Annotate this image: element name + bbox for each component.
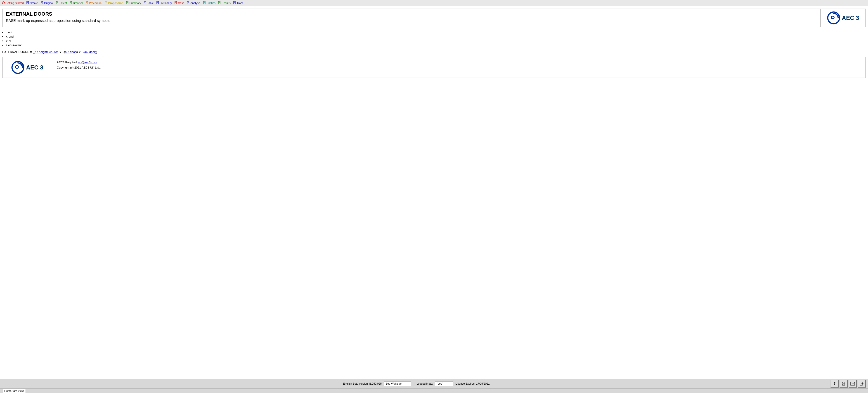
header-logo: AEC 3 [820,9,866,27]
nav-item-case[interactable]: Case [174,1,185,5]
results-icon [218,1,221,5]
original-icon [41,1,43,5]
legend-list: ¬ not∧ and∨ or≡ equivalent [6,31,862,47]
nav-item-dictionary[interactable]: Dictionary [155,1,173,5]
email-icon [850,382,855,386]
table-label: Table [147,2,154,5]
entities-icon [203,1,206,5]
status-buttons: ? [831,380,866,388]
results-label: Results [222,2,230,5]
getting-started-icon: i [2,1,5,5]
page-title: EXTERNAL DOORS [6,11,817,17]
procedural-icon [86,1,88,5]
trace-label: Trace [237,2,244,5]
dictionary-icon [156,1,159,5]
content-header-text: EXTERNAL DOORS RASE mark-up expressed as… [2,9,820,27]
status-info: English Beta version: B.250.025 - Logged… [2,382,831,386]
legend-item: ∨ or [6,39,862,42]
licence-label: Licence Expires: 17/05/2021 [455,382,490,385]
content-header: EXTERNAL DOORS RASE mark-up expressed as… [2,9,866,27]
svg-point-59 [831,16,834,19]
svg-point-65 [844,384,845,384]
getting-started-label: Getting Started [5,2,24,5]
expression-line: EXTERNAL DOORS ≡ ((r8: height>=2.05m ∨ ¬… [2,50,866,54]
aec3-logo: AEC 3 [827,11,859,25]
separator: - [413,382,414,385]
nav-item-getting-started[interactable]: iGetting Started [1,1,25,5]
aec3-logo-text: AEC 3 [842,14,859,22]
original-label: Original [44,2,53,5]
latest-label: Latest [59,2,67,5]
nav-item-proposition[interactable]: Proposition [104,1,125,5]
expression-link2[interactable]: a8: door [65,50,76,54]
browser-icon [70,1,72,5]
footer-aec3-logo: AEC 3 [11,61,43,74]
nav-item-entities[interactable]: Entities [202,1,217,5]
summary-label: Summary [129,2,141,5]
create-icon [27,1,29,5]
nav-item-results[interactable]: Results [217,1,232,5]
proposition-icon [105,1,107,5]
procedural-label: Procedural [89,2,102,5]
nav-item-original[interactable]: Original [39,1,55,5]
legend-item: ∧ and [6,35,862,38]
trace-icon [233,1,236,5]
expression-prefix: EXTERNAL DOORS ≡ (( [2,50,35,54]
email-button[interactable] [848,380,857,388]
table-icon [144,1,147,5]
homesafe-label-bar: HomeSafe View [0,389,868,393]
nav-item-analysis[interactable]: Analysis [186,1,202,5]
analysis-label: Analysis [190,2,200,5]
svg-rect-64 [842,384,845,385]
main-content: EXTERNAL DOORS RASE mark-up expressed as… [0,6,868,379]
top-navigation: iGetting StartedCreateOriginalLatestBrow… [0,0,868,6]
expression-link1[interactable]: r8: height>=2.05m [35,50,59,54]
entities-label: Entities [207,2,215,5]
nav-item-table[interactable]: Table [143,1,155,5]
footer-company-line: AEC3 Require1 nn@aec3.com [57,61,101,64]
footer-logo-cell: AEC 3 [2,57,52,78]
page-subtitle: RASE mark-up expressed as proposition us… [6,19,817,23]
expression-suffix: )) [95,50,97,54]
legend-item: ≡ equivalent [6,43,862,47]
footer-logo-text: AEC 3 [26,64,43,71]
logged-in-username[interactable] [435,382,453,386]
nav-item-summary[interactable]: Summary [125,1,142,5]
footer-email-link[interactable]: nn@aec3.com [78,61,97,64]
summary-icon [126,1,129,5]
print-icon [841,382,846,386]
case-label: Case [178,2,184,5]
homesafe-label: HomeSafe View [2,389,26,393]
svg-text:i: i [3,2,4,4]
username-input[interactable] [384,382,411,386]
expression-middle2: )) ∨ ¬( [76,50,84,54]
aec3-logo-icon [827,11,840,25]
print-button[interactable] [839,380,848,388]
case-icon [175,1,177,5]
logged-as-label: Logged in as: [416,382,433,385]
nav-item-latest[interactable]: Latest [55,1,68,5]
nav-item-create[interactable]: Create [25,1,39,5]
latest-icon [56,1,59,5]
exit-icon [860,382,864,386]
svg-point-61 [16,66,18,68]
status-bar: English Beta version: B.250.025 - Logged… [0,379,868,389]
analysis-icon [187,1,190,5]
exit-button[interactable] [858,380,866,388]
version-label: English Beta version: B.250.025 [343,382,382,385]
proposition-label: Proposition [108,2,123,5]
nav-item-procedural[interactable]: Procedural [85,1,103,5]
dictionary-label: Dictionary [160,2,172,5]
expression-middle1: ∨ ¬( [58,50,65,54]
nav-item-browser[interactable]: Browser [68,1,84,5]
footer-info-box: AEC 3 AEC3 Require1 nn@aec3.com Copyrigh… [2,57,866,78]
legend-item: ¬ not [6,31,862,34]
footer-copyright: Copyright (c) 2021 AEC3 UK Ltd.. [57,66,101,69]
footer-company-prefix: AEC3 Require1 [57,61,78,64]
footer-logo-icon [11,61,25,74]
expression-link3[interactable]: a6: door [84,50,95,54]
help-button[interactable]: ? [831,380,839,388]
create-label: Create [30,2,38,5]
nav-item-trace[interactable]: Trace [232,1,245,5]
browser-label: Browser [73,2,83,5]
